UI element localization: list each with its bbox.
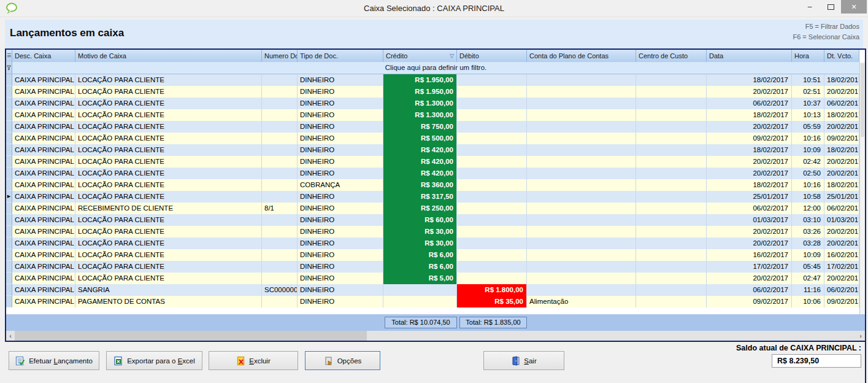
efetuar-lancamento-button[interactable]: Efetuar Lançamento: [9, 351, 99, 370]
horizontal-scrollbar-track[interactable]: [367, 331, 856, 341]
column-header-hora[interactable]: Hora: [792, 50, 824, 62]
table-row[interactable]: CAIXA PRINCIPALLOCAÇÃO PARA CLIENTEDINHE…: [6, 261, 859, 273]
cell-credito: R$ 317,50: [383, 191, 457, 203]
row-selector[interactable]: [6, 261, 12, 273]
cell-numero: [262, 144, 298, 156]
sair-button[interactable]: Sair: [483, 351, 564, 370]
column-header-tipo[interactable]: Tipo de Doc.: [298, 50, 383, 62]
row-selector[interactable]: [6, 203, 12, 214]
table-row[interactable]: CAIXA PRINCIPALLOCAÇÃO PARA CLIENTEDINHE…: [6, 238, 859, 249]
exportar-excel-button[interactable]: Exportar para o Excel: [106, 351, 202, 370]
row-selector[interactable]: [6, 98, 12, 109]
row-selector[interactable]: [6, 156, 12, 168]
cell-centro: [636, 74, 707, 86]
cell-centro: [636, 261, 707, 273]
cell-tipo: DINHEIRO: [298, 273, 383, 284]
column-header-dtvcto[interactable]: Dt. Vcto.: [824, 50, 859, 62]
cell-desc: CAIXA PRINCIPAL: [12, 133, 75, 144]
row-selector[interactable]: [6, 86, 12, 98]
column-header-credito[interactable]: Crédito▽: [383, 50, 457, 62]
row-selector[interactable]: [6, 144, 12, 156]
filter-funnel-icon: [6, 62, 12, 74]
maximize-icon: [828, 4, 834, 10]
row-selector[interactable]: [6, 214, 12, 226]
grid-filter-row[interactable]: Clique aqui para definir um filtro.: [6, 62, 859, 74]
table-row[interactable]: CAIXA PRINCIPALLOCAÇÃO PARA CLIENTEDINHE…: [6, 144, 859, 156]
cell-desc: CAIXA PRINCIPAL: [12, 214, 75, 226]
table-row[interactable]: CAIXA PRINCIPALLOCAÇÃO PARA CLIENTEDINHE…: [6, 249, 859, 261]
table-row[interactable]: CAIXA PRINCIPALLOCAÇÃO PARA CLIENTEDINHE…: [6, 226, 859, 238]
cell-tipo: DINHEIRO: [298, 144, 383, 156]
maximize-button[interactable]: [820, 0, 841, 14]
column-header-desc[interactable]: Desc. Caixa: [12, 50, 75, 62]
exit-door-icon: [511, 356, 520, 366]
table-row[interactable]: CAIXA PRINCIPALSANGRIASC000000000DINHEIR…: [6, 284, 859, 296]
column-header-debito[interactable]: Débito: [457, 50, 527, 62]
row-selector[interactable]: [6, 121, 12, 133]
entry-check-icon: [15, 356, 25, 366]
column-header-motivo[interactable]: Motivo de Caixa: [75, 50, 262, 62]
table-row[interactable]: CAIXA PRINCIPALLOCAÇÃO PARA CLIENTEDINHE…: [6, 214, 859, 226]
cell-conta: [527, 74, 636, 86]
table-row[interactable]: CAIXA PRINCIPALLOCAÇÃO PARA CLIENTEDINHE…: [6, 86, 859, 98]
vertical-scrollbar-thumb[interactable]: [861, 63, 864, 137]
table-row[interactable]: CAIXA PRINCIPALLOCAÇÃO PARA CLIENTEDINHE…: [6, 168, 859, 179]
scroll-right-arrow-icon[interactable]: ›: [856, 331, 865, 341]
cell-numero: SC000000000: [262, 284, 298, 296]
table-row[interactable]: ▶CAIXA PRINCIPALLOCAÇÃO PARA CLIENTEDINH…: [6, 191, 859, 203]
table-row[interactable]: CAIXA PRINCIPALLOCAÇÃO PARA CLIENTEDINHE…: [6, 133, 859, 144]
row-selector[interactable]: [6, 133, 12, 144]
row-selector[interactable]: [6, 284, 12, 296]
cell-data: 01/03/2017: [707, 214, 792, 226]
cell-data: 20/02/2017: [707, 273, 792, 284]
cell-desc: CAIXA PRINCIPAL: [12, 249, 75, 261]
cell-debito: [457, 238, 527, 249]
cell-data: 25/01/2017: [707, 191, 792, 203]
table-row[interactable]: CAIXA PRINCIPALPAGAMENTO DE CONTASDINHEI…: [6, 296, 859, 308]
cell-tipo: DINHEIRO: [298, 168, 383, 179]
column-header-label: Débito: [459, 50, 479, 62]
table-row[interactable]: CAIXA PRINCIPALLOCAÇÃO PARA CLIENTEDINHE…: [6, 121, 859, 133]
excluir-button[interactable]: Excluir: [209, 351, 298, 370]
table-row[interactable]: CAIXA PRINCIPALLOCAÇÃO PARA CLIENTEDINHE…: [6, 156, 859, 168]
column-header-centro[interactable]: Centro de Custo: [636, 50, 707, 62]
scroll-left-arrow-icon[interactable]: ‹: [6, 331, 15, 341]
cell-motivo: LOCAÇÃO PARA CLIENTE: [75, 86, 262, 98]
table-row[interactable]: CAIXA PRINCIPALLOCAÇÃO PARA CLIENTECOBRA…: [6, 179, 859, 191]
row-selector[interactable]: [6, 249, 12, 261]
close-button[interactable]: ✕: [841, 0, 867, 14]
column-header-data[interactable]: Data: [707, 50, 792, 62]
column-header-conta[interactable]: Conta do Plano de Contas: [527, 50, 636, 62]
row-selector[interactable]: [6, 273, 12, 284]
delete-icon: [236, 356, 245, 366]
cell-dtvcto: 09/02/2017: [824, 133, 859, 144]
row-selector[interactable]: [6, 179, 12, 191]
cell-tipo: DINHEIRO: [298, 121, 383, 133]
vertical-scrollbar[interactable]: [859, 62, 865, 331]
cell-numero: [262, 86, 298, 98]
minimize-button[interactable]: –: [799, 0, 820, 14]
current-row-indicator[interactable]: ▶: [6, 191, 12, 203]
cell-numero: [262, 226, 298, 238]
column-header-numero[interactable]: Numero Doc.: [262, 50, 298, 62]
row-selector[interactable]: [6, 296, 12, 308]
table-row[interactable]: CAIXA PRINCIPALLOCAÇÃO PARA CLIENTEDINHE…: [6, 109, 859, 121]
cell-conta: [527, 273, 636, 284]
row-selector[interactable]: [6, 226, 12, 238]
table-row[interactable]: CAIXA PRINCIPALRECEBIMENTO DE CLIENTE8/1…: [6, 203, 859, 214]
column-filter-funnel-icon[interactable]: ▽: [450, 50, 454, 62]
cell-centro: [636, 249, 707, 261]
opcoes-button[interactable]: Opções: [305, 351, 380, 370]
row-selector[interactable]: [6, 168, 12, 179]
table-row[interactable]: CAIXA PRINCIPALLOCAÇÃO PARA CLIENTEDINHE…: [6, 98, 859, 109]
horizontal-scrollbar-thumb[interactable]: [15, 331, 367, 341]
row-selector[interactable]: [6, 74, 12, 86]
row-selector[interactable]: [6, 109, 12, 121]
row-selector[interactable]: [6, 238, 12, 249]
horizontal-scrollbar[interactable]: ‹ ›: [6, 331, 865, 341]
cell-centro: [636, 191, 707, 203]
cell-motivo: LOCAÇÃO PARA CLIENTE: [75, 179, 262, 191]
table-row[interactable]: CAIXA PRINCIPALLOCAÇÃO PARA CLIENTEDINHE…: [6, 74, 859, 86]
cell-centro: [636, 226, 707, 238]
table-row[interactable]: CAIXA PRINCIPALLOCAÇÃO PARA CLIENTEDINHE…: [6, 273, 859, 284]
